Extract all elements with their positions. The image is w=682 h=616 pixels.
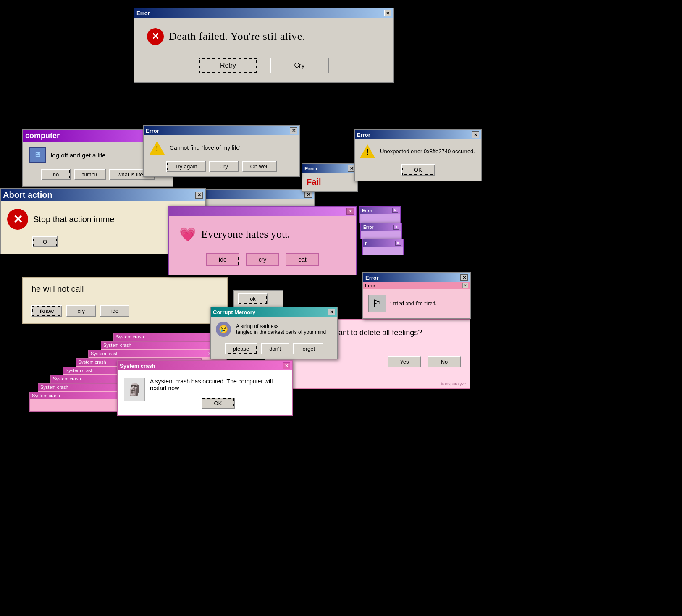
purple-error-1-titlebar: Error ✕ [360,207,400,214]
purple-error-1-close[interactable]: ✕ [392,208,398,213]
i-tried-subtitle-close[interactable]: ✕ [462,283,468,288]
eat-button[interactable]: eat [286,253,319,266]
idc-button2[interactable]: idc [100,305,129,317]
no-button[interactable]: no [41,169,71,180]
main-error-dialog: Error ✕ ✕ Death failed. You're stil aliv… [134,8,394,83]
purple-error-2-titlebar: Error ✕ [361,223,401,231]
stack-title-5: System crash [66,368,94,373]
stack-title-3: System crash [91,351,119,356]
error-love-titlebar: Error ✕ [144,126,299,135]
heart-icon: 💗 [179,226,196,242]
computer-icon: 🖥 [29,147,46,163]
purple-error-2: Error ✕ [360,223,402,239]
oh-well-button[interactable]: Oh well [242,161,277,172]
stack-title-2: System crash [103,343,131,348]
corrupt-memory-message: A string of sadness tangled in the darke… [236,323,326,335]
error-love-dialog: Error ✕ Cannot find "love of my life" Tr… [143,125,300,177]
abort-message: Stop that action imme [33,215,114,224]
cry-button2[interactable]: Cry [209,161,239,172]
iknow-button[interactable]: iknow [31,305,62,317]
unexpected-error-title: Error [357,132,370,138]
error-fail-dialog: Error ✕ Fail [302,163,358,192]
computer-message: log off and get a life [51,152,106,159]
error-love-close[interactable]: ✕ [290,127,297,134]
everyone-hates-dialog: ✕ 💗 Everyone hates you. idc cry eat [168,206,357,275]
purple-error-3-close[interactable]: ✕ [395,241,401,246]
error-fail-text: Fail [307,177,353,187]
error-love-message: Cannot find "love of my life" [170,144,241,151]
main-error-titlebar: Error ✕ [134,8,393,18]
purple-error-3-titlebar: r ✕ [363,239,403,247]
he-will-not-call-dialog: he will not call iknow cry idc [22,277,228,324]
purple-error-1: Error ✕ [359,206,401,223]
i-tried-titlebar: Error ✕ [363,273,470,282]
corrupt-memory-dialog: Corrupt Memory ✕ 😢 A string of sadness t… [210,307,338,359]
main-error-close[interactable]: ✕ [384,10,391,16]
warning-icon [150,141,165,155]
everyone-hates-titlebar: ✕ [169,207,356,216]
system-crash-ok-button[interactable]: OK [201,398,235,409]
system-crash-front-dialog: System crash ✕ 🗿 A system crash has occu… [117,360,293,416]
main-error-message: Death failed. You're stil alive. [169,30,305,43]
computer-title: computer [25,131,60,140]
stack-title-1: System crash [116,334,144,340]
i-tried-subtitle-bar: Error ✕ [363,282,470,289]
i-tried-title: Error [365,275,379,281]
idc-button[interactable]: idc [206,253,239,266]
unexpected-warning-icon [360,144,375,158]
retry-button[interactable]: Retry [199,58,257,73]
forget-button[interactable]: forget [293,343,323,354]
cry-button4[interactable]: cry [66,305,96,317]
abort-ok-button[interactable]: O [32,236,58,247]
unexpected-error-message: Unexpected error 0x8ffe2740 occurred. [380,148,475,155]
stack-title-4: System crash [78,359,106,365]
stack-title-7: System crash [40,385,68,390]
system-crash-icon: 🗿 [124,378,145,401]
dont-button[interactable]: don't [261,343,289,354]
corrupt-memory-title: Corrupt Memory [213,309,255,315]
tumblr-button[interactable]: tumblr [74,169,106,180]
loading-close[interactable]: ✕ [304,191,312,198]
try-again-button[interactable]: Try again [166,161,206,172]
system-crash-close[interactable]: ✕ [283,362,290,369]
ok-partial-dialog: ok [233,290,283,308]
everyone-hates-message: Everyone hates you. [201,228,290,241]
abort-titlebar: Abort action ✕ [1,189,205,201]
system-crash-message: A system crash has occured. The computer… [150,378,286,391]
stack-title-6: System crash [53,376,81,382]
corrupt-memory-close[interactable]: ✕ [328,309,335,315]
unexpected-ok-button[interactable]: OK [401,164,435,176]
abort-title: Abort action [3,190,52,200]
system-crash-titlebar: System crash ✕ [118,361,292,370]
system-crash-title: System crash [120,363,155,369]
main-error-title: Error [136,10,150,16]
unexpected-error-close[interactable]: ✕ [472,131,479,138]
i-tried-subtitle: Error [365,283,375,288]
error-icon: ✕ [147,28,164,45]
i-tried-message: i tried and i'm fired. [390,300,437,307]
error-love-title: Error [146,128,159,134]
cry-button[interactable]: Cry [270,58,329,73]
i-tried-close[interactable]: ✕ [460,274,468,281]
sad-icon: 😢 [216,322,231,337]
everyone-hates-close[interactable]: ✕ [346,208,354,215]
stack-title-8: System crash [32,393,60,398]
i-tried-dialog: Error ✕ Error ✕ 🏳 i tried and i'm fired. [362,272,471,319]
abort-close[interactable]: ✕ [195,192,203,199]
ok-partial-button[interactable]: ok [238,293,268,304]
no-button2[interactable]: No [428,356,461,367]
error-fail-title: Error [304,165,318,172]
unexpected-error-titlebar: Error ✕ [355,130,481,139]
unexpected-error-dialog: Error ✕ Unexpected error 0x8ffe2740 occu… [354,129,482,181]
watermark: transparalyze [441,382,466,386]
he-will-not-call-message: he will not call [31,284,219,294]
error-fail-titlebar: Error ✕ [302,164,357,173]
corrupt-memory-titlebar: Corrupt Memory ✕ [211,307,337,317]
i-tried-icon: 🏳 [368,295,386,312]
abort-error-icon: ✕ [7,209,28,230]
purple-error-3: r ✕ [362,239,404,255]
yes-button[interactable]: Yes [388,356,421,367]
cry-button3[interactable]: cry [246,253,279,266]
please-button[interactable]: please [225,343,257,354]
purple-error-2-close[interactable]: ✕ [393,225,399,230]
